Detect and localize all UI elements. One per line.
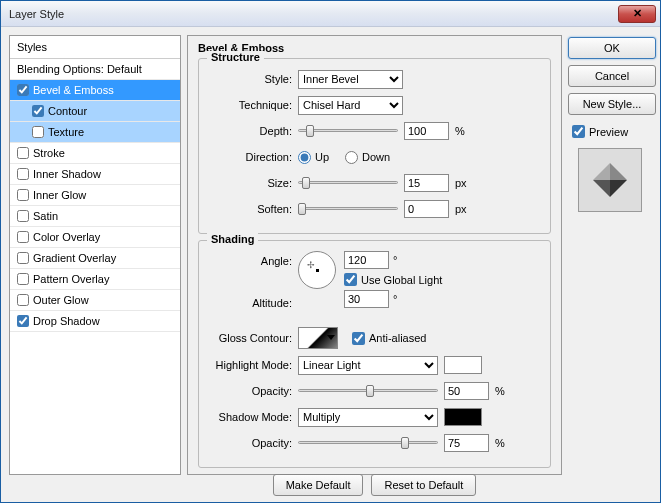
- technique-select[interactable]: Chisel Hard: [298, 96, 403, 115]
- style-item-texture[interactable]: Texture: [10, 122, 180, 143]
- angle-unit: °: [393, 254, 397, 266]
- reset-default-button[interactable]: Reset to Default: [371, 474, 476, 496]
- style-label: Drop Shadow: [33, 315, 100, 327]
- size-input[interactable]: [404, 174, 449, 192]
- style-item-satin[interactable]: Satin: [10, 206, 180, 227]
- svg-marker-2: [593, 180, 610, 197]
- shadow-opacity-input[interactable]: [444, 434, 489, 452]
- bevel-preview-icon: [589, 159, 631, 201]
- style-checkbox[interactable]: [17, 189, 29, 201]
- highlight-opacity-label: Opacity:: [207, 385, 292, 397]
- cancel-button[interactable]: Cancel: [568, 65, 656, 87]
- style-checkbox[interactable]: [17, 231, 29, 243]
- styles-header[interactable]: Styles: [10, 36, 180, 59]
- direction-down[interactable]: Down: [345, 151, 390, 164]
- style-checkbox[interactable]: [17, 252, 29, 264]
- antialiased-check[interactable]: Anti-aliased: [352, 332, 426, 345]
- direction-label: Direction:: [207, 151, 292, 163]
- gloss-contour-picker[interactable]: [298, 327, 338, 349]
- style-item-outer-glow[interactable]: Outer Glow: [10, 290, 180, 311]
- global-light-check[interactable]: Use Global Light: [344, 273, 442, 286]
- right-buttons: OK Cancel New Style... Preview: [568, 35, 652, 494]
- altitude-label: Altitude:: [207, 297, 292, 309]
- ok-button[interactable]: OK: [568, 37, 656, 59]
- shadow-color-swatch[interactable]: [444, 408, 482, 426]
- shadow-mode-label: Shadow Mode:: [207, 411, 292, 423]
- shading-group: Shading Angle: Altitude: ✢: [198, 240, 551, 468]
- technique-label: Technique:: [207, 99, 292, 111]
- style-checkbox[interactable]: [17, 210, 29, 222]
- depth-input[interactable]: [404, 122, 449, 140]
- style-item-stroke[interactable]: Stroke: [10, 143, 180, 164]
- style-label: Inner Glow: [33, 189, 86, 201]
- highlight-opacity-unit: %: [495, 385, 513, 397]
- svg-marker-3: [610, 180, 627, 197]
- new-style-button[interactable]: New Style...: [568, 93, 656, 115]
- style-select[interactable]: Inner Bevel: [298, 70, 403, 89]
- angle-input[interactable]: [344, 251, 389, 269]
- style-item-pattern-overlay[interactable]: Pattern Overlay: [10, 269, 180, 290]
- highlight-mode-select[interactable]: Linear Light: [298, 356, 438, 375]
- style-label: Style:: [207, 73, 292, 85]
- structure-legend: Structure: [207, 51, 264, 63]
- style-label: Inner Shadow: [33, 168, 101, 180]
- style-item-gradient-overlay[interactable]: Gradient Overlay: [10, 248, 180, 269]
- size-slider[interactable]: [298, 176, 398, 190]
- highlight-mode-label: Highlight Mode:: [207, 359, 292, 371]
- preview-thumbnail: [578, 148, 642, 212]
- shadow-opacity-slider[interactable]: [298, 436, 438, 450]
- style-checkbox[interactable]: [17, 273, 29, 285]
- style-label: Outer Glow: [33, 294, 89, 306]
- highlight-color-swatch[interactable]: [444, 356, 482, 374]
- style-item-color-overlay[interactable]: Color Overlay: [10, 227, 180, 248]
- style-checkbox[interactable]: [32, 126, 44, 138]
- altitude-unit: °: [393, 293, 397, 305]
- angle-dial[interactable]: ✢: [298, 251, 336, 289]
- size-label: Size:: [207, 177, 292, 189]
- gloss-label: Gloss Contour:: [207, 332, 292, 344]
- style-item-inner-shadow[interactable]: Inner Shadow: [10, 164, 180, 185]
- style-label: Pattern Overlay: [33, 273, 109, 285]
- crosshair-icon: ✢: [307, 260, 315, 270]
- highlight-opacity-slider[interactable]: [298, 384, 438, 398]
- shading-legend: Shading: [207, 233, 258, 245]
- style-item-contour[interactable]: Contour: [10, 101, 180, 122]
- highlight-opacity-input[interactable]: [444, 382, 489, 400]
- svg-marker-1: [593, 163, 610, 180]
- preview-check[interactable]: Preview: [572, 125, 652, 138]
- soften-input[interactable]: [404, 200, 449, 218]
- style-label: Stroke: [33, 147, 65, 159]
- style-item-bevel-emboss[interactable]: Bevel & Emboss: [10, 80, 180, 101]
- soften-label: Soften:: [207, 203, 292, 215]
- style-checkbox[interactable]: [17, 84, 29, 96]
- style-checkbox[interactable]: [17, 168, 29, 180]
- style-label: Texture: [48, 126, 84, 138]
- style-label: Gradient Overlay: [33, 252, 116, 264]
- style-label: Bevel & Emboss: [33, 84, 114, 96]
- svg-marker-0: [610, 163, 627, 180]
- shadow-mode-select[interactable]: Multiply: [298, 408, 438, 427]
- style-checkbox[interactable]: [17, 315, 29, 327]
- style-label: Contour: [48, 105, 87, 117]
- style-checkbox[interactable]: [32, 105, 44, 117]
- settings-panel: Bevel & Emboss Structure Style: Inner Be…: [187, 35, 562, 475]
- style-checkbox[interactable]: [17, 294, 29, 306]
- blending-options[interactable]: Blending Options: Default: [10, 59, 180, 80]
- direction-up[interactable]: Up: [298, 151, 329, 164]
- soften-slider[interactable]: [298, 202, 398, 216]
- styles-list: Styles Blending Options: Default Bevel &…: [9, 35, 181, 475]
- shadow-opacity-unit: %: [495, 437, 513, 449]
- chevron-down-icon: [327, 335, 335, 340]
- style-item-inner-glow[interactable]: Inner Glow: [10, 185, 180, 206]
- size-unit: px: [455, 177, 473, 189]
- style-item-drop-shadow[interactable]: Drop Shadow: [10, 311, 180, 332]
- make-default-button[interactable]: Make Default: [273, 474, 364, 496]
- depth-unit: %: [455, 125, 473, 137]
- style-checkbox[interactable]: [17, 147, 29, 159]
- structure-group: Structure Style: Inner Bevel Technique: …: [198, 58, 551, 234]
- titlebar[interactable]: Layer Style ✕: [1, 1, 660, 27]
- altitude-input[interactable]: [344, 290, 389, 308]
- close-icon: ✕: [633, 7, 642, 20]
- close-button[interactable]: ✕: [618, 5, 656, 23]
- depth-slider[interactable]: [298, 124, 398, 138]
